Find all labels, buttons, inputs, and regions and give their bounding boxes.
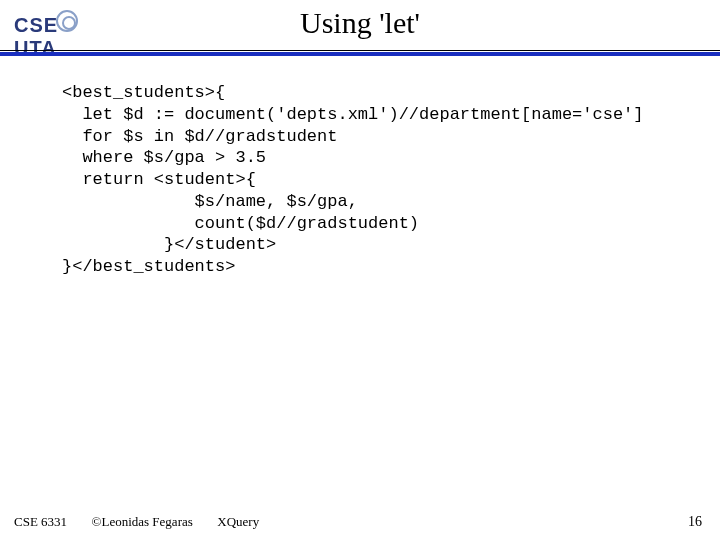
code-line: return <student>{ [62, 170, 256, 189]
footer-topic: XQuery [217, 514, 259, 530]
footer-page: 16 [688, 514, 702, 530]
footer-copyright: ©Leonidas Fegaras [92, 514, 193, 530]
rule-thick [0, 52, 720, 56]
slide-title: Using 'let' [0, 6, 720, 40]
code-block: <best_students>{ let $d := document('dep… [62, 82, 700, 278]
footer-course: CSE 6331 [14, 514, 67, 530]
code-line: }</student> [62, 235, 276, 254]
footer: CSE 6331 ©Leonidas Fegaras XQuery 16 [14, 514, 706, 530]
code-line: where $s/gpa > 3.5 [62, 148, 266, 167]
slide: CSEUTA Using 'let' <best_students>{ let … [0, 0, 720, 540]
code-line: count($d//gradstudent) [62, 214, 419, 233]
header-rule [0, 50, 720, 56]
header: CSEUTA Using 'let' [0, 0, 720, 54]
code-line: $s/name, $s/gpa, [62, 192, 358, 211]
code-line: }</best_students> [62, 257, 235, 276]
code-line: <best_students>{ [62, 83, 225, 102]
code-line: let $d := document('depts.xml')//departm… [62, 105, 644, 124]
rule-thin [0, 50, 720, 51]
logo-text-uta: UTA [14, 37, 57, 60]
slide-body: <best_students>{ let $d := document('dep… [62, 82, 700, 278]
code-line: for $s in $d//gradstudent [62, 127, 337, 146]
